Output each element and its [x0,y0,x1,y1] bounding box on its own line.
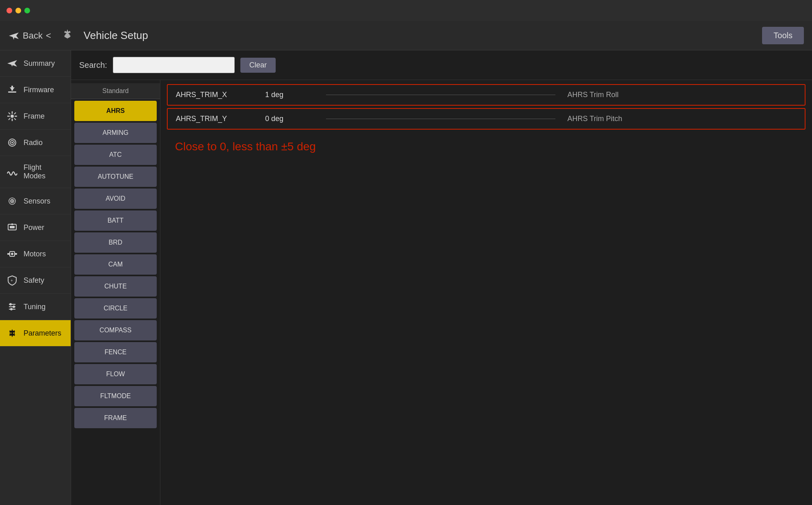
category-list: Standard AHRS ARMING ATC AUTOTUNE AVOID [71,80,160,505]
svg-point-27 [11,253,13,255]
svg-point-8 [11,115,14,118]
svg-rect-28 [7,253,10,255]
svg-rect-24 [10,226,15,228]
params-panel: AHRS_TRIM_X 1 deg AHRS Trim Roll AHRS_TR… [160,80,812,505]
sidebar-item-frame[interactable]: Frame [0,103,71,130]
download-icon [6,84,18,95]
sidebar: Summary Firmware [0,50,71,505]
sidebar-item-power[interactable]: Power [0,215,71,241]
titlebar-buttons [6,8,30,13]
category-item-chute[interactable]: CHUTE [74,276,157,297]
sidebar-item-sensors[interactable]: Sensors [0,188,71,215]
category-item-brd[interactable]: BRD [74,232,157,253]
category-item-circle[interactable]: CIRCLE [74,298,157,319]
param-row-1[interactable]: AHRS_TRIM_Y 0 deg AHRS Trim Pitch [167,108,806,130]
sidebar-label-firmware: Firmware [24,86,54,94]
sidebar-label-frame: Frame [24,112,45,121]
sidebar-label-tuning: Tuning [24,303,45,311]
category-item-avoid[interactable]: AVOID [74,189,157,209]
sidebar-label-summary: Summary [24,59,55,68]
param-desc-0: AHRS Trim Roll [568,91,797,99]
category-item-fltmode[interactable]: FLTMODE [74,386,157,406]
minimize-button[interactable] [15,8,21,13]
sidebar-label-sensors: Sensors [24,197,50,206]
sidebar-item-flight-modes[interactable]: Flight Modes [0,156,71,188]
category-item-atc[interactable]: ATC [74,145,157,165]
svg-rect-25 [11,223,13,225]
plane-nav-icon [8,30,19,41]
category-item-flow[interactable]: FLOW [74,364,157,384]
sidebar-item-parameters[interactable]: Parameters [0,320,71,347]
gear-icon [59,28,76,44]
category-item-autotune[interactable]: AUTOTUNE [74,167,157,187]
category-item-ahrs[interactable]: AHRS [74,101,157,121]
sidebar-item-summary[interactable]: Summary [0,50,71,77]
svg-point-36 [10,308,13,310]
svg-text:+: + [11,278,13,283]
svg-rect-5 [8,91,16,93]
search-bar: Search: Clear [71,50,812,80]
svg-marker-1 [12,36,15,40]
navbar: Back < Vehicle Setup Tools [0,21,812,50]
category-item-cam[interactable]: CAM [74,254,157,275]
content-area: Search: Clear Standard AHRS ARMING ATC A… [71,50,812,505]
svg-point-32 [9,303,12,306]
search-label: Search: [79,61,107,70]
param-value-1: 0 deg [265,115,314,123]
category-item-fence[interactable]: FENCE [74,342,157,362]
radio-icon [6,137,18,148]
svg-rect-7 [11,86,13,91]
sidebar-item-firmware[interactable]: Firmware [0,77,71,103]
back-button[interactable]: Back < [8,30,51,41]
param-row-0[interactable]: AHRS_TRIM_X 1 deg AHRS Trim Roll [167,84,806,106]
tuning-icon [6,301,18,312]
svg-line-13 [9,113,10,114]
sidebar-item-motors[interactable]: Motors [0,241,71,267]
power-icon [6,222,18,233]
close-button[interactable] [6,8,12,13]
sidebar-item-safety[interactable]: + Safety [0,267,71,294]
svg-point-34 [13,306,15,308]
motor-icon [6,248,18,260]
svg-point-22 [11,200,13,202]
sidebar-label-motors: Motors [24,250,46,258]
wave-icon [6,166,18,178]
param-name-0: AHRS_TRIM_X [176,91,257,99]
back-separator: < [46,30,51,41]
sidebar-label-power: Power [24,223,44,232]
param-value-0: 1 deg [265,91,314,99]
category-header: Standard [71,83,160,99]
svg-point-19 [11,142,13,143]
back-label: Back [23,30,43,41]
svg-line-16 [9,118,10,120]
category-item-arming[interactable]: ARMING [74,123,157,143]
svg-line-14 [14,118,16,120]
svg-line-15 [14,113,16,114]
sidebar-item-radio[interactable]: Radio [0,130,71,156]
sidebar-item-tuning[interactable]: Tuning [0,294,71,320]
tools-button[interactable]: Tools [762,27,804,44]
category-item-batt[interactable]: BATT [74,210,157,231]
category-item-compass[interactable]: COMPASS [74,320,157,340]
clear-button[interactable]: Clear [240,58,276,73]
frame-icon [6,111,18,122]
category-item-frame[interactable]: FRAME [74,408,157,428]
search-input[interactable] [113,57,235,73]
sensor-icon [6,195,18,207]
sidebar-label-radio: Radio [24,139,43,147]
sidebar-label-flight-modes: Flight Modes [24,163,64,180]
safety-icon: + [6,275,18,286]
sidebar-label-safety: Safety [24,276,44,285]
param-desc-1: AHRS Trim Pitch [568,115,797,123]
maximize-button[interactable] [24,8,30,13]
content-body: Standard AHRS ARMING ATC AUTOTUNE AVOID [71,80,812,505]
param-name-1: AHRS_TRIM_Y [176,115,257,123]
main-layout: Summary Firmware [0,50,812,505]
navbar-title: Vehicle Setup [84,29,148,42]
plane-icon [6,58,18,69]
titlebar [0,0,812,21]
warning-text: Close to 0, less than ±5 deg [160,132,812,161]
params-icon [6,327,18,339]
svg-rect-29 [15,253,17,255]
sidebar-label-parameters: Parameters [24,329,61,338]
